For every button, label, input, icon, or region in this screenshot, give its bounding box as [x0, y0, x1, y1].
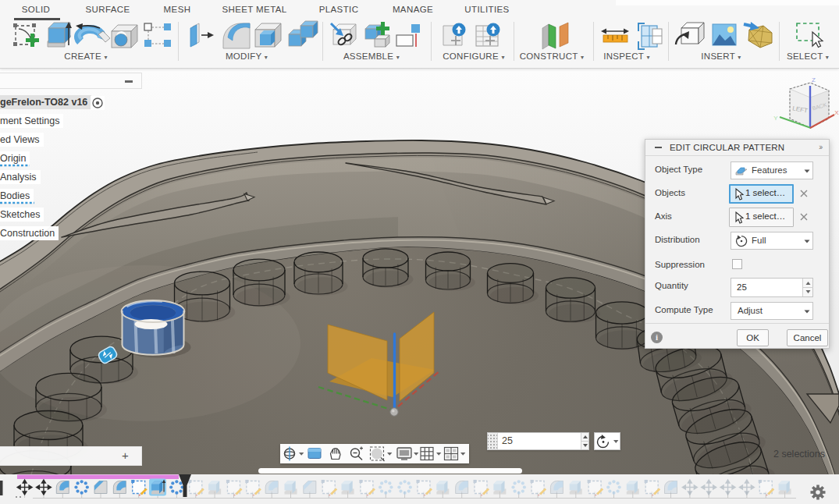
svg-text:X: X — [834, 109, 839, 116]
svg-text:Z: Z — [812, 76, 816, 83]
svg-text:Y: Y — [773, 115, 778, 122]
